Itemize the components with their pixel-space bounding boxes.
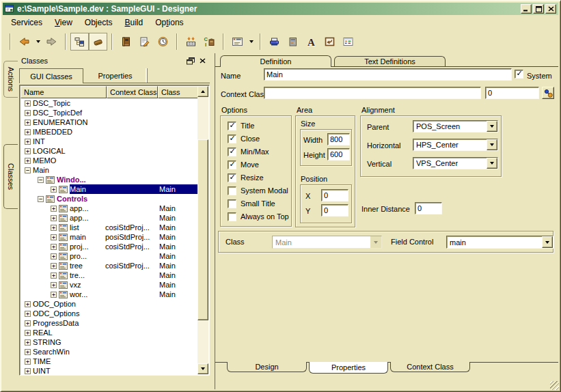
window-form-menu-button[interactable] bbox=[247, 33, 256, 51]
tree-expander-icon[interactable]: + bbox=[25, 339, 31, 346]
tree-row[interactable]: + LOGICAL bbox=[20, 146, 198, 156]
checkbox[interactable] bbox=[228, 212, 236, 221]
tree-row[interactable]: + tre... Main bbox=[20, 270, 198, 280]
menu-options[interactable]: Options bbox=[149, 16, 189, 29]
tab-definition[interactable]: Definition bbox=[220, 55, 331, 67]
export-frame-button[interactable] bbox=[320, 33, 339, 51]
dropdown-button[interactable] bbox=[542, 236, 553, 248]
tree-row[interactable]: − Windo... bbox=[20, 175, 198, 184]
tree-row[interactable]: + ProgressData bbox=[20, 318, 198, 328]
tree-row[interactable]: + TIME bbox=[20, 356, 198, 366]
classes-panel-header[interactable]: Classes bbox=[19, 55, 210, 67]
column-header-class[interactable]: Class bbox=[158, 86, 198, 98]
tree-row[interactable]: + pro... Main bbox=[20, 251, 198, 261]
window-form-button[interactable] bbox=[228, 33, 247, 51]
horizontal-alignment-combo[interactable]: HPS_Center bbox=[413, 139, 498, 151]
checkbox[interactable] bbox=[228, 135, 236, 143]
title-bar[interactable]: e:\Sample\Sample.dev : SampleGUI - Desig… bbox=[3, 3, 558, 15]
tree-expander-icon[interactable]: + bbox=[51, 244, 57, 250]
dropdown-button[interactable] bbox=[487, 158, 497, 169]
context-class-number-input[interactable] bbox=[485, 87, 539, 99]
tree-row[interactable]: + UINT bbox=[20, 366, 198, 374]
tree-row[interactable]: + MEMO bbox=[20, 156, 198, 165]
tree-expander-icon[interactable]: + bbox=[25, 368, 31, 374]
close-panel-button[interactable] bbox=[197, 56, 208, 66]
side-tab-actions[interactable]: Actions bbox=[3, 61, 18, 98]
tree-expander-icon[interactable]: + bbox=[25, 129, 31, 135]
tree-row[interactable]: + app... Main bbox=[20, 204, 198, 213]
tree-row[interactable]: + app... Main bbox=[20, 213, 198, 223]
clock-button[interactable] bbox=[154, 33, 172, 51]
scroll-down-button[interactable] bbox=[197, 363, 208, 374]
class-tree-button[interactable] bbox=[70, 33, 89, 51]
parent-alignment-combo[interactable]: POS_Screen bbox=[413, 120, 498, 132]
tree-expander-icon[interactable]: + bbox=[51, 186, 57, 193]
checkbox[interactable] bbox=[228, 122, 236, 130]
tree-row[interactable]: − Controls bbox=[20, 194, 198, 204]
tree-row[interactable]: + ODC_Option bbox=[20, 299, 198, 309]
eraser-button[interactable] bbox=[89, 33, 107, 51]
tree-row[interactable]: + main posiStdProj... Main bbox=[20, 232, 198, 242]
tree-expander-icon[interactable]: − bbox=[25, 167, 31, 173]
tree-row[interactable]: + wor... Main bbox=[20, 290, 198, 299]
tree-expander-icon[interactable]: + bbox=[25, 148, 31, 154]
menu-view[interactable]: View bbox=[49, 16, 79, 29]
tree-row[interactable]: + DSC_TopicDef bbox=[20, 108, 198, 117]
tree-row[interactable]: + SearchWin bbox=[20, 347, 198, 356]
tree-expander-icon[interactable]: − bbox=[38, 177, 44, 183]
tree-expander-icon[interactable]: + bbox=[51, 282, 57, 288]
tree-expander-icon[interactable]: + bbox=[25, 120, 31, 126]
tree-expander-icon[interactable]: + bbox=[25, 100, 31, 107]
checkbox[interactable] bbox=[228, 173, 236, 182]
tree-row[interactable]: − Main bbox=[20, 165, 198, 175]
edit-document-button[interactable] bbox=[135, 33, 154, 51]
tree-expander-icon[interactable]: + bbox=[25, 330, 31, 336]
tree-expander-icon[interactable]: + bbox=[25, 311, 31, 317]
minimize-button[interactable] bbox=[521, 4, 532, 14]
tree-row[interactable]: + vxz Main bbox=[20, 280, 198, 290]
back-menu-button[interactable] bbox=[33, 33, 42, 51]
close-button[interactable] bbox=[545, 4, 556, 14]
tree-row[interactable]: + tree cosiStdProj... Main bbox=[20, 261, 198, 270]
scrollbar-thumb[interactable] bbox=[197, 139, 208, 320]
tree-row[interactable]: + list cosiStdProj... Main bbox=[20, 223, 198, 232]
tree-row[interactable]: + STRING bbox=[20, 337, 198, 347]
print-button[interactable] bbox=[265, 33, 284, 51]
tree-expander-icon[interactable]: + bbox=[51, 215, 57, 221]
option-move[interactable]: Move bbox=[228, 160, 259, 169]
tab-properties[interactable]: Properties bbox=[83, 68, 148, 83]
inner-distance-input[interactable] bbox=[415, 202, 442, 214]
option-resize[interactable]: Resize bbox=[228, 173, 264, 182]
tree-row[interactable]: + IMBEDDED bbox=[20, 127, 198, 137]
tree-expander-icon[interactable]: + bbox=[51, 272, 57, 279]
tree-expander-icon[interactable]: + bbox=[25, 359, 31, 365]
checkbox[interactable] bbox=[228, 148, 236, 156]
side-tab-classes[interactable]: Classes bbox=[3, 144, 18, 209]
option-always-on-top[interactable]: Always on Top bbox=[228, 212, 289, 221]
build-machine-button[interactable] bbox=[284, 33, 302, 51]
import-table-button[interactable] bbox=[182, 33, 200, 51]
tree-row[interactable]: + ODC_Options bbox=[20, 309, 198, 318]
dropdown-button[interactable] bbox=[487, 121, 497, 132]
column-header-context-class[interactable]: Context Class bbox=[107, 86, 158, 98]
checkbox[interactable] bbox=[228, 199, 236, 208]
option-minmax[interactable]: Min/Max bbox=[228, 147, 269, 156]
option-system-modal[interactable]: System Modal bbox=[228, 186, 288, 195]
tab-context-class[interactable]: Context Class bbox=[390, 362, 470, 372]
float-panel-button[interactable] bbox=[185, 56, 195, 66]
system-checkbox[interactable] bbox=[515, 70, 523, 79]
height-input[interactable] bbox=[327, 148, 350, 160]
menu-services[interactable]: Services bbox=[5, 16, 49, 29]
field-control-combo[interactable]: main bbox=[446, 236, 553, 249]
tree-row[interactable]: + DSC_Topic bbox=[20, 98, 198, 108]
tree-expander-icon[interactable]: + bbox=[51, 225, 57, 231]
tree-row[interactable]: + ENUMERATION bbox=[20, 117, 198, 127]
back-button[interactable] bbox=[15, 33, 33, 51]
dropd own-button[interactable] bbox=[487, 139, 497, 150]
tree-row[interactable]: + proj... cosiStdProj... Main bbox=[20, 242, 198, 251]
font-button[interactable]: A bbox=[302, 33, 320, 51]
width-input[interactable] bbox=[327, 133, 350, 145]
tree-expander-icon[interactable]: + bbox=[51, 292, 57, 298]
tree-expander-icon[interactable]: + bbox=[25, 349, 31, 355]
tree-scrollbar[interactable] bbox=[197, 86, 208, 374]
